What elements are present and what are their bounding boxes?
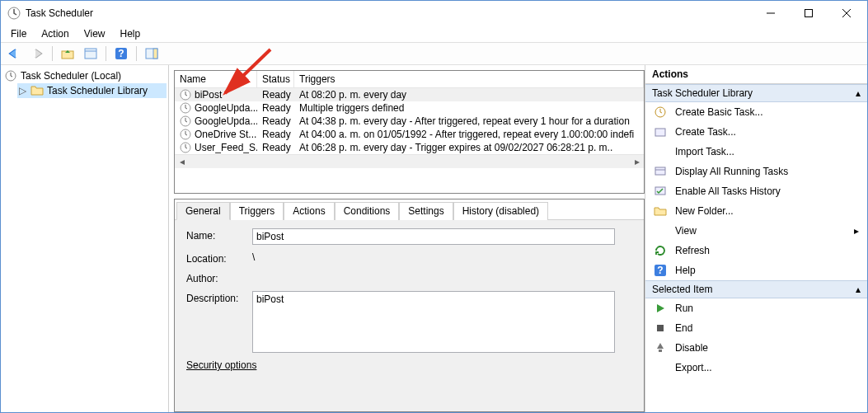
export-icon (654, 361, 667, 374)
window-title: Task Scheduler (26, 7, 752, 19)
menu-action[interactable]: Action (35, 26, 75, 41)
action-label: Disable (675, 342, 708, 354)
action-label: New Folder... (675, 205, 734, 217)
up-folder-button[interactable] (58, 45, 77, 63)
tree-root[interactable]: Task Scheduler (Local) (2, 68, 167, 83)
folder-icon (30, 84, 44, 97)
action-view[interactable]: View▸ (645, 221, 867, 241)
menu-file[interactable]: File (4, 26, 33, 41)
tree-root-label: Task Scheduler (Local) (21, 70, 121, 82)
action-label: Refresh (675, 245, 710, 256)
help-button[interactable]: ? (111, 45, 131, 63)
table-row[interactable]: GoogleUpda...ReadyMultiple triggers defi… (175, 101, 644, 115)
task-details: General Triggers Actions Conditions Sett… (174, 199, 645, 412)
navigation-pane: Task Scheduler (Local) ▷ Task Scheduler … (1, 65, 169, 412)
scroll-right-icon[interactable]: ▸ (630, 155, 644, 169)
show-hide-pane-button[interactable] (142, 45, 162, 63)
actions-group-selected[interactable]: Selected Item ▴ (645, 280, 867, 298)
toolbar: ? (1, 42, 867, 65)
refresh-icon (654, 244, 667, 257)
back-button[interactable] (4, 45, 24, 63)
description-label: Description: (186, 291, 252, 304)
action-label: Enable All Tasks History (675, 185, 781, 197)
actions-title: Actions (645, 65, 867, 84)
properties-button[interactable] (81, 45, 101, 63)
action-create-basic-task[interactable]: Create Basic Task... (645, 102, 867, 122)
task-trigger: At 04:38 p. m. every day - After trigger… (294, 115, 644, 127)
table-row[interactable]: OneDrive St...ReadyAt 04:00 a. m. on 01/… (175, 128, 644, 141)
actions-group-selected-label: Selected Item (652, 284, 712, 295)
view-icon (654, 224, 667, 237)
run-icon (654, 302, 667, 315)
action-new-folder[interactable]: New Folder... (645, 201, 867, 221)
expand-icon[interactable]: ▷ (19, 85, 27, 96)
tab-general[interactable]: General (176, 202, 230, 220)
action-export[interactable]: Export... (645, 358, 867, 378)
col-triggers[interactable]: Triggers (294, 71, 644, 87)
action-label: Create Basic Task... (675, 106, 763, 118)
action-import-task[interactable]: Import Task... (645, 142, 867, 162)
display-all-running-tasks-icon (654, 165, 667, 178)
actions-group-library-label: Task Scheduler Library (652, 87, 753, 99)
tab-conditions[interactable]: Conditions (335, 202, 400, 220)
collapse-icon[interactable]: ▴ (856, 87, 861, 99)
maximize-button[interactable] (790, 1, 828, 26)
title-bar: Task Scheduler (1, 1, 867, 26)
menu-bar: File Action View Help (1, 26, 867, 42)
action-label: End (675, 322, 692, 334)
menu-view[interactable]: View (77, 26, 112, 41)
collapse-icon[interactable]: ▴ (856, 284, 861, 295)
end-icon (654, 321, 667, 335)
tab-history[interactable]: History (disabled) (453, 202, 548, 220)
minimize-button[interactable] (752, 1, 790, 26)
actions-group-library[interactable]: Task Scheduler Library ▴ (645, 84, 867, 102)
task-trigger: At 08:20 p. m. every day (294, 89, 644, 101)
table-row[interactable]: biPostReadyAt 08:20 p. m. every day (175, 88, 644, 101)
action-run[interactable]: Run (645, 298, 867, 318)
disable-icon (654, 341, 667, 354)
svg-rect-19 (655, 167, 665, 175)
action-help[interactable]: ?Help (645, 260, 867, 280)
col-status[interactable]: Status (257, 71, 294, 87)
action-enable-all-tasks-history[interactable]: Enable All Tasks History (645, 181, 867, 201)
tab-triggers[interactable]: Triggers (230, 202, 284, 220)
table-row[interactable]: GoogleUpda...ReadyAt 04:38 p. m. every d… (175, 115, 644, 128)
action-display-all-running-tasks[interactable]: Display All Running Tasks (645, 162, 867, 181)
action-label: Run (675, 303, 693, 314)
scroll-left-icon[interactable]: ◂ (175, 155, 189, 169)
tree-library[interactable]: ▷ Task Scheduler Library (17, 83, 167, 98)
task-list: Name Status Triggers biPostReadyAt 08:20… (174, 70, 645, 194)
action-label: Help (675, 265, 696, 276)
action-create-task[interactable]: Create Task... (645, 122, 867, 142)
description-field[interactable]: biPost (252, 291, 615, 353)
name-field[interactable] (252, 228, 615, 245)
tab-actions[interactable]: Actions (284, 202, 334, 220)
task-name: GoogleUpda... (195, 102, 257, 114)
list-header: Name Status Triggers (175, 71, 644, 88)
action-label: Export... (675, 362, 712, 373)
task-trigger: Multiple triggers defined (294, 102, 644, 114)
app-icon (7, 7, 21, 20)
horizontal-scrollbar[interactable]: ◂ ▸ (175, 154, 644, 168)
details-vertical-scrollbar[interactable] (630, 220, 644, 411)
task-status: Ready (257, 142, 294, 153)
task-icon (180, 129, 191, 140)
action-end[interactable]: End (645, 318, 867, 338)
create-task-icon (654, 125, 667, 138)
action-label: Import Task... (675, 146, 734, 157)
table-row[interactable]: User_Feed_S...ReadyAt 06:28 p. m. every … (175, 141, 644, 154)
forward-button[interactable] (27, 45, 47, 63)
action-label: Create Task... (675, 126, 736, 138)
svg-rect-5 (85, 49, 96, 59)
action-disable[interactable]: Disable (645, 338, 867, 358)
action-refresh[interactable]: Refresh (645, 241, 867, 260)
location-value: \ (252, 251, 632, 263)
menu-help[interactable]: Help (114, 26, 148, 41)
name-label: Name: (186, 228, 252, 242)
task-status: Ready (257, 129, 294, 140)
tab-settings[interactable]: Settings (399, 202, 453, 220)
col-name[interactable]: Name (175, 71, 257, 87)
center-pane: Name Status Triggers biPostReadyAt 08:20… (169, 65, 645, 412)
tree-library-label: Task Scheduler Library (47, 85, 148, 96)
close-button[interactable] (828, 1, 866, 26)
